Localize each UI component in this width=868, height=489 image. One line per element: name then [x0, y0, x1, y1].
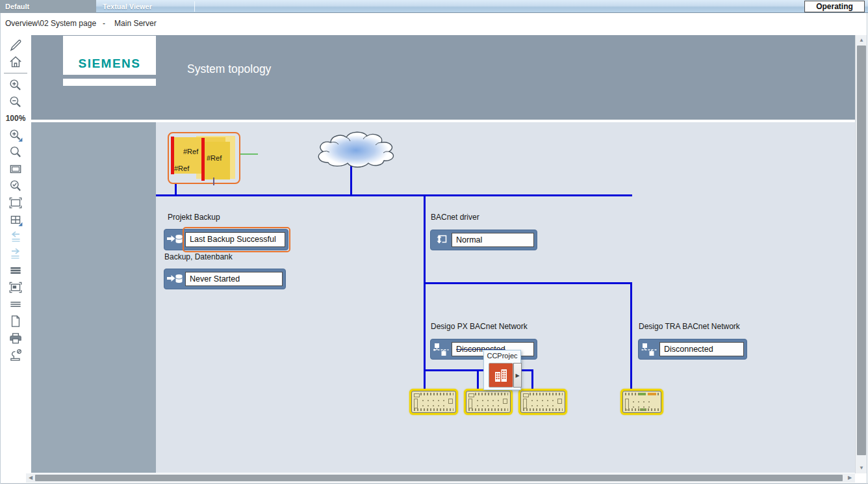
edit-pen-icon[interactable]: [5, 36, 27, 53]
server-cable: [213, 178, 214, 185]
controller-graphic: [411, 391, 456, 413]
zoom-window-icon[interactable]: [5, 161, 27, 177]
server-red-bar-2: [201, 138, 205, 181]
server-ref-1: #Ref: [183, 148, 198, 155]
top-tab-bar: Default Textual Viewer Operating: [0, 0, 868, 13]
scroll-left-arrow[interactable]: ◀: [26, 473, 35, 482]
fit-view-icon[interactable]: [5, 194, 27, 211]
application-window: Default Textual Viewer Operating Overvie…: [0, 0, 868, 489]
toolbar-divider: [4, 73, 27, 73]
tra-network-value: Disconnected: [659, 342, 744, 356]
ctrl1-drop: [424, 369, 426, 390]
database-backup-value: Never Started: [185, 272, 283, 286]
tooltip-expand-button[interactable]: ▶: [513, 363, 522, 388]
database-backup-widget[interactable]: Never Started: [164, 269, 286, 289]
previous-view-icon[interactable]: [5, 228, 27, 244]
zoom-in-icon[interactable]: [5, 77, 27, 93]
px-controller-3[interactable]: [518, 389, 567, 415]
bus-line-second: [424, 282, 632, 284]
tra-network-label: Desigo TRA BACnet Network: [639, 322, 740, 331]
fit-selection-icon[interactable]: [5, 279, 27, 295]
network-cloud: [311, 129, 405, 177]
backup-database-icon: [166, 271, 184, 287]
backup-database-icon: [166, 231, 184, 247]
project-backup-label: Projekt Backup: [168, 213, 220, 222]
controller-graphic: [520, 391, 565, 413]
server-node[interactable]: #Ref #Ref #Ref: [168, 132, 240, 184]
siemens-logo: SIEMENS: [78, 57, 140, 71]
horizontal-scroll-thumb[interactable]: [35, 475, 843, 481]
tab-default[interactable]: Default: [0, 0, 96, 13]
page-icon[interactable]: [5, 313, 27, 329]
object-tooltip: CCProjec ▶: [483, 350, 521, 390]
operating-mode-button[interactable]: Operating: [804, 1, 865, 12]
vertical-scrollbar[interactable]: ▲ ▼: [855, 35, 867, 473]
pan-view-icon[interactable]: [5, 211, 27, 228]
zoom-out-icon[interactable]: [5, 94, 27, 110]
magnifier-icon[interactable]: [5, 144, 27, 160]
building-icon: [492, 367, 509, 384]
controller-graphic: [466, 391, 511, 413]
server-drop-line: [175, 184, 177, 195]
px-controller-1[interactable]: [409, 389, 458, 415]
server-ref-3: #Ref: [174, 165, 189, 172]
px-controller-2[interactable]: [464, 389, 513, 415]
breadcrumb-server: Main Server: [114, 19, 157, 28]
network-icon: [641, 341, 658, 357]
graphic-header: SIEMENS System topology: [31, 35, 855, 120]
bacnet-driver-value: Normal: [452, 233, 534, 247]
home-icon[interactable]: [5, 53, 27, 70]
zoom-saved-icon[interactable]: [5, 178, 27, 194]
page-title: System topology: [187, 62, 271, 76]
left-side-panel: [31, 122, 156, 473]
breadcrumb: Overview\02 System page-Main Server: [5, 19, 157, 28]
project-building-tile[interactable]: [489, 363, 513, 388]
px-network-label: Desigo PX BACnet Network: [431, 322, 528, 331]
logo-underline-bar: [63, 79, 156, 86]
ctrl3-drop: [531, 369, 533, 390]
tra-network-widget[interactable]: Disconnected: [638, 339, 747, 360]
tab-separator: [194, 1, 195, 12]
graphics-toolbar: 100%: [0, 35, 31, 473]
project-backup-value: Last Backup Successful: [185, 232, 285, 247]
window-bottom-border: [0, 483, 868, 484]
px-down-line: [424, 282, 426, 371]
next-view-icon[interactable]: [5, 245, 27, 261]
tra-down-line: [630, 282, 632, 390]
chevron-right-icon: ▶: [515, 373, 519, 378]
bacnet-driver-label: BACnet driver: [431, 213, 479, 222]
server-ref-2: #Ref: [207, 154, 222, 162]
breadcrumb-separator: -: [103, 19, 105, 28]
stamp-icon[interactable]: [5, 347, 27, 363]
zoom-level-label: 100%: [6, 111, 26, 127]
breadcrumb-path: Overview\02 System page: [5, 19, 96, 28]
tra-controller[interactable]: [620, 389, 663, 415]
bacnet-driver-widget[interactable]: Normal: [430, 230, 537, 250]
ctrl2-drop: [477, 369, 479, 390]
window-left-border: [0, 13, 1, 484]
siemens-logo-box: SIEMENS: [63, 36, 156, 75]
controller-graphic: [622, 391, 661, 413]
driver-icon: [433, 232, 450, 248]
zoom-selection-icon[interactable]: [5, 127, 27, 143]
scroll-up-arrow[interactable]: ▲: [857, 36, 866, 45]
server-green-link: [240, 153, 258, 155]
scroll-down-arrow[interactable]: ▼: [857, 464, 866, 473]
layers-icon[interactable]: [5, 262, 27, 278]
lines-icon[interactable]: [5, 296, 27, 312]
branch-down-line: [424, 194, 426, 284]
tab-textual-viewer[interactable]: Textual Viewer: [97, 0, 194, 13]
window-right-border: [867, 13, 867, 484]
breadcrumb-bar: Overview\02 System page-Main Server: [0, 14, 868, 35]
scroll-right-arrow[interactable]: ▶: [845, 473, 854, 482]
database-backup-label: Backup, Datenbank: [164, 252, 233, 261]
topology-canvas: #Ref #Ref #Ref Projekt Backup: [156, 122, 855, 473]
network-icon: [433, 341, 450, 357]
vertical-scroll-thumb[interactable]: [857, 46, 866, 455]
print-icon[interactable]: [5, 330, 27, 346]
horizontal-scrollbar[interactable]: ◀ ▶: [26, 473, 855, 482]
project-backup-widget[interactable]: Last Backup Successful: [164, 229, 288, 250]
tooltip-object-name: CCProjec: [484, 352, 520, 362]
bus-line-main: [156, 194, 632, 196]
